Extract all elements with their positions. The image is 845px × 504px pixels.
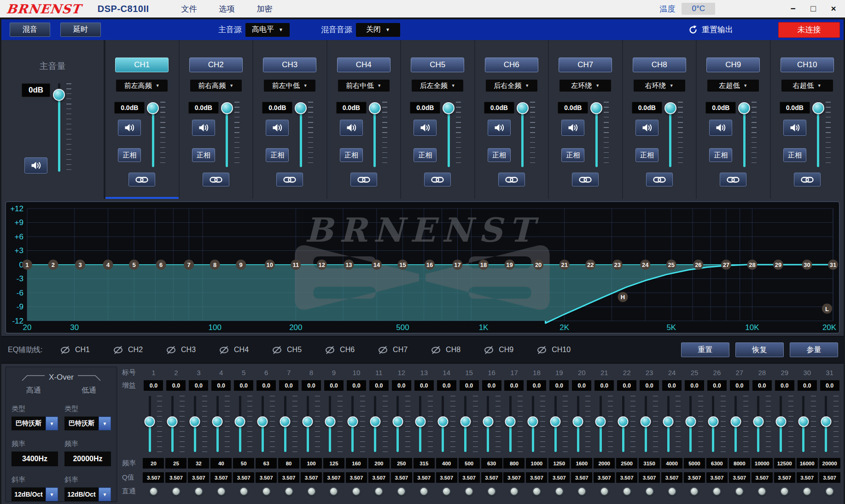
band-freq-value[interactable]: 5000 [684, 458, 705, 469]
menu-item[interactable]: 加密 [257, 4, 273, 14]
band-gain-slider[interactable] [505, 396, 523, 452]
band-gain-slider[interactable] [641, 396, 658, 452]
band-q-value[interactable]: 3.507 [346, 472, 367, 483]
channel-volume-slider[interactable] [739, 102, 757, 167]
mix-source-select[interactable]: 关闭 ▼ [356, 23, 400, 37]
restore-button[interactable]: 恢复 [735, 342, 784, 357]
band-gain-value[interactable]: 0.0 [256, 380, 276, 391]
band-q-value[interactable]: 3.507 [729, 472, 750, 483]
minimize-button[interactable]: − [788, 4, 798, 14]
band-gain-value[interactable]: 0.0 [549, 380, 569, 391]
channel-button-ch5[interactable]: CH5 [411, 58, 464, 72]
band-q-value[interactable]: 3.507 [819, 472, 840, 483]
band-q-value[interactable]: 3.507 [481, 472, 502, 483]
band-q-value[interactable]: 3.507 [436, 472, 457, 483]
channel-mute-button[interactable] [561, 120, 584, 136]
band-gain-slider[interactable] [460, 396, 478, 452]
band-bypass-radio[interactable] [285, 487, 293, 496]
band-gain-slider[interactable] [212, 396, 230, 452]
band-bypass-radio[interactable] [623, 487, 631, 496]
channel-phase-button[interactable]: 正相 [635, 148, 659, 162]
band-gain-value[interactable]: 0.0 [707, 380, 727, 391]
band-gain-value[interactable]: 0.0 [617, 380, 636, 391]
band-gain-value[interactable]: 0.0 [279, 380, 298, 391]
close-button[interactable]: × [828, 4, 839, 14]
channel-phase-button[interactable]: 正相 [192, 148, 215, 162]
band-bypass-radio[interactable] [262, 487, 271, 496]
band-bypass-radio[interactable] [780, 487, 789, 496]
band-bypass-radio[interactable] [239, 487, 248, 496]
band-freq-value[interactable]: 32 [188, 458, 209, 469]
band-gain-value[interactable]: 0.0 [482, 380, 501, 391]
channel-phase-button[interactable]: 正相 [118, 148, 141, 162]
band-gain-slider[interactable] [821, 396, 839, 452]
highpass-slope-select[interactable]: 12dB/Oct ▼ [12, 487, 58, 501]
band-bypass-radio[interactable] [352, 487, 361, 496]
channel-volume-slider[interactable] [443, 102, 461, 167]
band-q-value[interactable]: 3.507 [639, 472, 660, 483]
reset-button[interactable]: 重置 [681, 342, 729, 357]
channel-phase-button[interactable]: 正相 [709, 148, 732, 162]
band-q-value[interactable]: 3.507 [774, 472, 795, 483]
band-freq-value[interactable]: 25 [165, 458, 186, 469]
channel-mute-button[interactable] [635, 120, 659, 136]
band-q-value[interactable]: 3.507 [256, 472, 277, 483]
band-bypass-radio[interactable] [668, 487, 676, 496]
band-gain-value[interactable]: 0.0 [730, 380, 749, 391]
lowpass-freq-value[interactable]: 20000Hz [64, 452, 111, 466]
band-q-value[interactable]: 3.507 [368, 472, 390, 483]
band-gain-slider[interactable] [438, 396, 455, 452]
channel-assign-select[interactable]: 左环绕▼ [559, 80, 611, 92]
eq-aux-toggle-ch4[interactable]: CH4 [218, 345, 249, 355]
band-gain-value[interactable]: 0.0 [798, 380, 817, 391]
band-gain-slider[interactable] [708, 396, 726, 452]
band-freq-value[interactable]: 20 [143, 458, 164, 469]
band-bypass-radio[interactable] [735, 487, 744, 496]
channel-link-button[interactable] [498, 173, 525, 186]
band-freq-value[interactable]: 315 [414, 458, 435, 469]
eq-aux-toggle-ch1[interactable]: CH1 [59, 345, 90, 355]
band-bypass-radio[interactable] [374, 487, 383, 496]
band-q-value[interactable]: 3.507 [323, 472, 344, 483]
band-bypass-radio[interactable] [465, 487, 473, 496]
band-q-value[interactable]: 3.507 [594, 472, 615, 483]
eq-aux-toggle-ch3[interactable]: CH3 [165, 345, 196, 355]
band-gain-slider[interactable] [280, 396, 297, 452]
band-freq-value[interactable]: 16000 [797, 458, 818, 469]
band-q-value[interactable]: 3.507 [752, 472, 773, 483]
band-bypass-radio[interactable] [149, 487, 158, 496]
reset-output-button[interactable]: 重置输出 [688, 24, 733, 35]
band-freq-value[interactable]: 1000 [526, 458, 547, 469]
band-bypass-radio[interactable] [510, 487, 519, 496]
channel-button-ch3[interactable]: CH3 [263, 58, 316, 72]
channel-mute-button[interactable] [118, 120, 141, 136]
channel-button-ch1[interactable]: CH1 [115, 58, 169, 72]
band-gain-slider[interactable] [370, 396, 388, 452]
band-gain-value[interactable]: 0.0 [234, 380, 253, 391]
band-gain-slider[interactable] [663, 396, 681, 452]
channel-button-ch10[interactable]: CH10 [781, 58, 834, 72]
channel-button-ch4[interactable]: CH4 [337, 58, 390, 72]
eq-graph[interactable]: BRNENST+12+9+6+30-3-6-9-1220301002005001… [5, 201, 840, 334]
band-gain-slider[interactable] [415, 396, 433, 452]
band-bypass-radio[interactable] [194, 487, 203, 496]
band-freq-value[interactable]: 630 [481, 458, 502, 469]
band-q-value[interactable]: 3.507 [278, 472, 299, 483]
band-q-value[interactable]: 3.507 [706, 472, 728, 483]
band-freq-value[interactable]: 250 [391, 458, 412, 469]
band-gain-slider[interactable] [776, 396, 793, 452]
band-bypass-radio[interactable] [532, 487, 541, 496]
band-q-value[interactable]: 3.507 [571, 472, 592, 483]
band-bypass-radio[interactable] [420, 487, 428, 496]
band-freq-value[interactable]: 1600 [571, 458, 592, 469]
channel-volume-slider[interactable] [518, 102, 535, 167]
channel-assign-select[interactable]: 右超低▼ [781, 80, 833, 92]
menu-item[interactable]: 选项 [219, 4, 235, 14]
band-freq-value[interactable]: 3150 [639, 458, 660, 469]
delay-button[interactable]: 延时 [60, 23, 101, 37]
channel-link-button[interactable] [128, 173, 155, 186]
lowpass-slope-select[interactable]: 12dB/Oct ▼ [64, 487, 111, 501]
band-gain-value[interactable]: 0.0 [437, 380, 456, 391]
master-mute-button[interactable] [24, 157, 47, 174]
band-q-value[interactable]: 3.507 [210, 472, 232, 483]
